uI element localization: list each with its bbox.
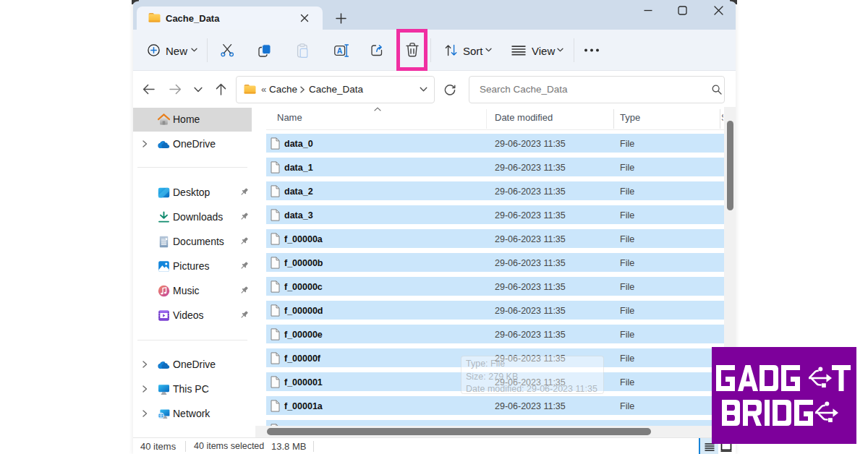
svg-text:A: A xyxy=(337,46,343,55)
